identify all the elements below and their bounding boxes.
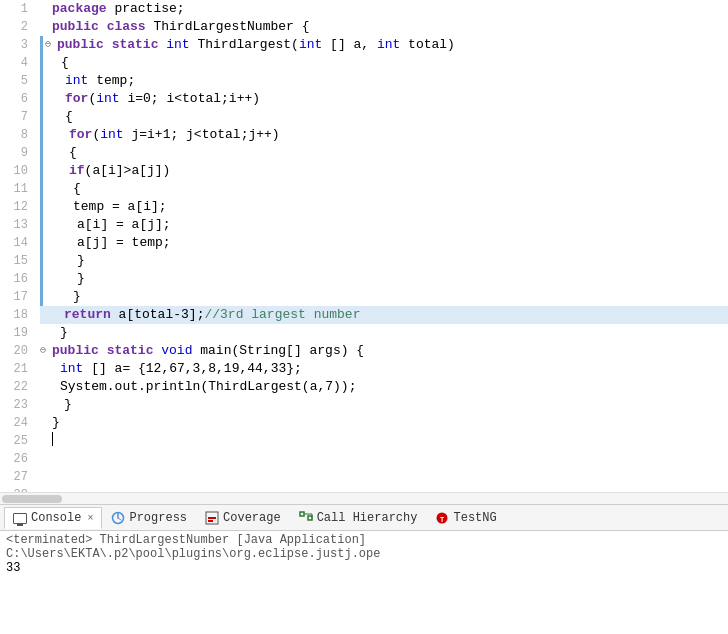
line-number: 8 [4, 126, 28, 144]
tab-progress[interactable]: Progress [102, 507, 196, 529]
code-line: { [40, 54, 728, 72]
tabs-bar: Console×ProgressCoverageCall HierarchyTT… [0, 505, 728, 531]
line-number: 1 [4, 0, 28, 18]
line-number: 16 [4, 270, 28, 288]
token [153, 342, 161, 360]
token: ( [88, 90, 96, 108]
collapse-icon[interactable]: ⊖ [45, 36, 57, 54]
code-line: } [40, 270, 728, 288]
token: (a[i]>a[j]) [85, 162, 171, 180]
token: } [60, 324, 68, 342]
callhierarchy-icon [299, 511, 313, 525]
token: public [57, 36, 104, 54]
line-number: 13 [4, 216, 28, 234]
svg-rect-5 [308, 516, 312, 520]
svg-rect-3 [208, 520, 213, 522]
token: { [69, 144, 77, 162]
line-number: 19 [4, 324, 28, 342]
code-line: a[i] = a[j]; [40, 216, 728, 234]
code-line: { [40, 180, 728, 198]
collapse-icon[interactable]: ⊖ [40, 342, 52, 360]
token: out [115, 378, 138, 396]
code-line: } [40, 396, 728, 414]
token: practise; [107, 0, 185, 18]
line-number: 14 [4, 234, 28, 252]
line-number: 22 [4, 378, 28, 396]
tab-coverage[interactable]: Coverage [196, 507, 290, 529]
scrollbar-thumb[interactable] [2, 495, 62, 503]
token [99, 18, 107, 36]
token: int [96, 90, 119, 108]
svg-rect-4 [300, 512, 304, 516]
svg-text:T: T [440, 515, 444, 523]
token: if [69, 162, 85, 180]
line-number: 3 [4, 36, 28, 54]
progress-icon [111, 511, 125, 525]
token: a[j] = temp; [77, 234, 171, 252]
line-number: 12 [4, 198, 28, 216]
token: for [65, 90, 88, 108]
editor-area: 1234567891011121314151617181920212223242… [0, 0, 728, 504]
bottom-panel: Console×ProgressCoverageCall HierarchyTT… [0, 504, 728, 634]
token: ThirdLargestNumber { [146, 18, 310, 36]
console-output: <terminated> ThirdLargestNumber [Java Ap… [0, 531, 728, 634]
token: i=0; i<total;i++) [120, 90, 260, 108]
token: { [73, 180, 81, 198]
token: a[total-3]; [111, 306, 205, 324]
line-number: 21 [4, 360, 28, 378]
code-content[interactable]: package practise;public class ThirdLarge… [36, 0, 728, 492]
token [158, 36, 166, 54]
token: } [73, 288, 81, 306]
line-number: 6 [4, 90, 28, 108]
console-output-line: 33 [6, 561, 722, 575]
token: } [52, 414, 60, 432]
tab-testng[interactable]: TTestNG [426, 507, 505, 529]
code-line: } [40, 414, 728, 432]
code-line: return a[total-3];//3rd largest number [40, 306, 728, 324]
code-line: for(int j=i+1; j<total;j++) [40, 126, 728, 144]
token: } [77, 252, 85, 270]
token: { [65, 108, 73, 126]
console-icon [13, 511, 27, 525]
line-number: 11 [4, 180, 28, 198]
code-line [40, 432, 728, 446]
token [99, 342, 107, 360]
tab-label: TestNG [453, 511, 496, 525]
svg-rect-2 [208, 517, 216, 519]
token: int [60, 360, 83, 378]
code-line: package practise; [40, 0, 728, 18]
token: static [107, 342, 154, 360]
token: return [64, 306, 111, 324]
code-line: } [40, 288, 728, 306]
code-line: } [40, 324, 728, 342]
token: [] a, [322, 36, 377, 54]
code-line: if(a[i]>a[j]) [40, 162, 728, 180]
code-line: } [40, 252, 728, 270]
line-number: 7 [4, 108, 28, 126]
tab-callhierarchy[interactable]: Call Hierarchy [290, 507, 427, 529]
token: main(String[] args) { [192, 342, 364, 360]
token: int [377, 36, 400, 54]
tab-close-button[interactable]: × [87, 513, 93, 524]
token: j=i+1; j<total;j++) [124, 126, 280, 144]
coverage-icon [205, 511, 219, 525]
token: package [52, 0, 107, 18]
token: public [52, 342, 99, 360]
code-line: temp = a[i]; [40, 198, 728, 216]
tab-label: Call Hierarchy [317, 511, 418, 525]
line-number: 9 [4, 144, 28, 162]
line-number: 15 [4, 252, 28, 270]
tab-console[interactable]: Console× [4, 507, 102, 529]
token: //3rd largest number [204, 306, 360, 324]
code-container: 1234567891011121314151617181920212223242… [0, 0, 728, 492]
tab-label: Coverage [223, 511, 281, 525]
token: temp; [88, 72, 135, 90]
horizontal-scrollbar[interactable] [0, 492, 728, 504]
token: int [65, 72, 88, 90]
line-number: 5 [4, 72, 28, 90]
line-number: 2 [4, 18, 28, 36]
token: public [52, 18, 99, 36]
tab-label: Progress [129, 511, 187, 525]
token: } [77, 270, 85, 288]
tab-label: Console [31, 511, 81, 525]
